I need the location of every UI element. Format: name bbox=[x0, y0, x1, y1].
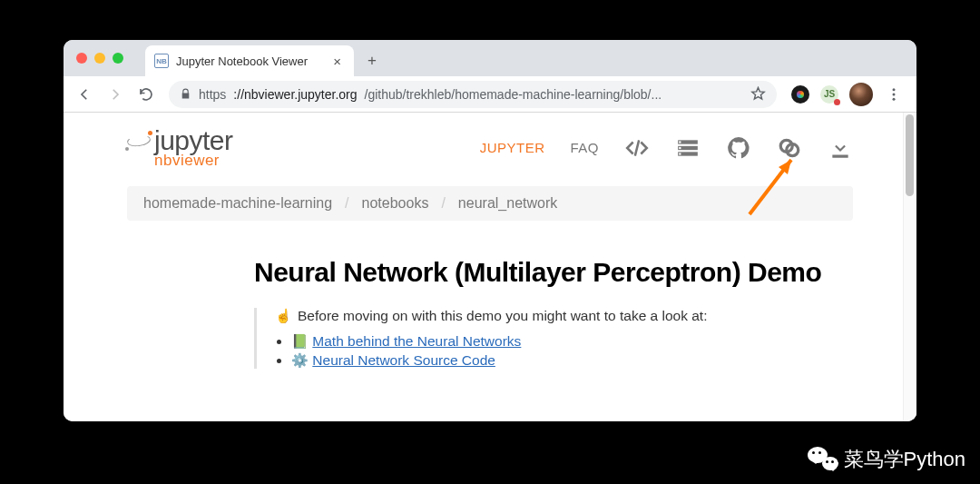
lock-icon bbox=[180, 88, 191, 100]
nav-faq-link[interactable]: FAQ bbox=[570, 140, 599, 155]
breadcrumb-repo[interactable]: homemade-machine-learning bbox=[143, 195, 332, 212]
minimize-window-button[interactable] bbox=[94, 53, 105, 64]
svg-point-0 bbox=[893, 88, 896, 91]
svg-point-2 bbox=[893, 97, 896, 100]
book-emoji-icon: 📗 bbox=[291, 333, 309, 349]
execute-icon[interactable] bbox=[675, 135, 701, 161]
binder-icon[interactable] bbox=[777, 135, 802, 161]
tab-favicon: NB bbox=[154, 54, 169, 68]
download-icon[interactable] bbox=[828, 135, 853, 161]
logo-subtext: nbviewer bbox=[154, 153, 233, 168]
maximize-window-button[interactable] bbox=[113, 53, 123, 64]
svg-rect-8 bbox=[679, 153, 681, 154]
reload-button[interactable] bbox=[132, 81, 160, 108]
jupyter-orbit-icon bbox=[127, 133, 151, 149]
extension-icon-1[interactable] bbox=[791, 85, 809, 104]
breadcrumb-separator: / bbox=[441, 195, 445, 212]
watermark: 菜鸟学Python bbox=[808, 446, 966, 473]
window-controls bbox=[76, 53, 123, 64]
notebook-intro-text: Before moving on with this demo you migh… bbox=[298, 308, 707, 324]
nbviewer-header: jupyter nbviewer JUPYTER FAQ bbox=[127, 123, 853, 175]
browser-menu-button[interactable] bbox=[884, 81, 904, 108]
forward-button[interactable] bbox=[102, 81, 129, 108]
browser-tab-active[interactable]: NB Jupyter Notebook Viewer × bbox=[145, 45, 354, 76]
link-source-code[interactable]: Neural Network Source Code bbox=[312, 352, 495, 368]
bookmark-star-icon[interactable] bbox=[750, 86, 766, 102]
url-path: /github/trekhleb/homemade-machine-learni… bbox=[365, 87, 662, 102]
code-icon[interactable] bbox=[624, 135, 650, 161]
svg-point-1 bbox=[893, 93, 896, 95]
scrollbar[interactable] bbox=[903, 113, 916, 421]
back-button[interactable] bbox=[71, 81, 98, 108]
nav-jupyter-link[interactable]: JUPYTER bbox=[480, 140, 545, 155]
jupyter-logo[interactable]: jupyter nbviewer bbox=[127, 127, 233, 168]
tab-close-icon[interactable]: × bbox=[329, 54, 345, 69]
breadcrumb-file[interactable]: neural_network bbox=[458, 195, 557, 212]
tab-title: Jupyter Notebook Viewer bbox=[176, 54, 308, 68]
breadcrumb-folder[interactable]: notebooks bbox=[362, 195, 429, 212]
address-bar[interactable]: https://nbviewer.jupyter.org/github/trek… bbox=[169, 81, 777, 108]
page-content: jupyter nbviewer JUPYTER FAQ bbox=[64, 113, 916, 421]
svg-rect-3 bbox=[678, 140, 698, 143]
nbviewer-nav: JUPYTER FAQ bbox=[480, 135, 853, 161]
extension-icons: JS bbox=[786, 81, 909, 108]
wechat-icon bbox=[808, 447, 838, 472]
logo-text: jupyter bbox=[154, 127, 233, 154]
extension-icon-js[interactable]: JS bbox=[820, 85, 838, 104]
url-scheme: https bbox=[199, 87, 226, 102]
profile-avatar[interactable] bbox=[849, 83, 873, 106]
svg-rect-7 bbox=[679, 146, 681, 148]
scrollbar-thumb[interactable] bbox=[906, 114, 914, 196]
watermark-text: 菜鸟学Python bbox=[844, 446, 966, 473]
breadcrumb: homemade-machine-learning / notebooks / … bbox=[127, 186, 853, 221]
browser-window: NB Jupyter Notebook Viewer × + https://n… bbox=[64, 40, 916, 421]
breadcrumb-separator: / bbox=[345, 195, 348, 212]
github-icon[interactable] bbox=[726, 135, 751, 161]
browser-toolbar: https://nbviewer.jupyter.org/github/trek… bbox=[64, 76, 916, 113]
notebook-title: Neural Network (Multilayer Perceptron) D… bbox=[254, 257, 853, 288]
svg-rect-4 bbox=[678, 145, 698, 149]
hand-emoji-icon: ☝️ bbox=[275, 308, 292, 324]
url-host: ://nbviewer.jupyter.org bbox=[233, 87, 357, 102]
gear-emoji-icon: ⚙️ bbox=[291, 352, 309, 368]
close-window-button[interactable] bbox=[76, 53, 87, 64]
svg-rect-6 bbox=[679, 141, 681, 143]
new-tab-button[interactable]: + bbox=[359, 48, 385, 74]
link-math-theory[interactable]: Math behind the Neural Networks bbox=[312, 333, 521, 349]
tab-strip: NB Jupyter Notebook Viewer × + bbox=[64, 40, 916, 76]
svg-rect-5 bbox=[678, 152, 698, 155]
notebook-content: Neural Network (Multilayer Perceptron) D… bbox=[127, 257, 853, 369]
